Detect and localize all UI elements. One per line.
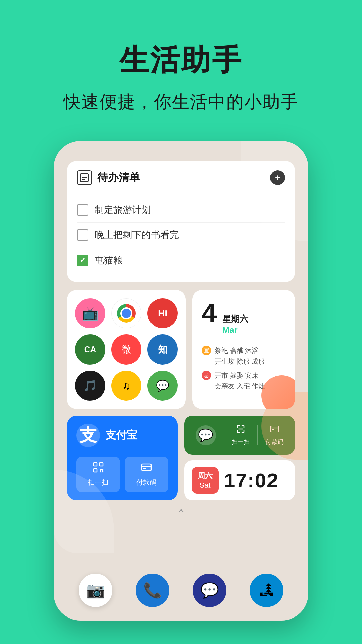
todo-title: 待办清单 (97, 170, 140, 185)
app-icon-zhihu[interactable]: 知 (147, 334, 178, 365)
widget-row-1: 📺 Hi CA 微 知 (67, 290, 295, 409)
chevron-up-icon[interactable]: ⌃ (177, 507, 186, 520)
alipay-name: 支付宝 (105, 428, 137, 443)
alipay-pay-icon (141, 462, 152, 475)
bad-activities-text: 开市 嫁娶 安床会亲友 入宅 作灶 (215, 370, 265, 391)
todo-list-icon (77, 170, 92, 185)
svg-rect-5 (100, 463, 103, 466)
svg-rect-13 (143, 468, 146, 469)
todo-header-left: 待办清单 (77, 170, 140, 185)
wechat-scan-label: 扫一扫 (232, 438, 250, 446)
app-icon-wechat[interactable]: 💬 (147, 371, 178, 401)
good-activities-text: 祭祀 斋醮 沐浴开生坟 除服 成服 (215, 345, 265, 367)
good-activities: 宜 祭祀 斋醮 沐浴开生坟 除服 成服 (202, 345, 286, 367)
clock-widget: 周六 Sat 17:02 (184, 460, 295, 500)
app-icon-hi[interactable]: Hi (147, 298, 178, 328)
alipay-logo: 支 (76, 424, 100, 447)
svg-rect-11 (142, 464, 151, 471)
clock-weekday: 周六 (198, 471, 213, 481)
app-icon-tiktok[interactable]: 🎵 (75, 371, 105, 401)
wechat-divider (224, 425, 224, 445)
calendar-divider (202, 340, 286, 340)
wechat-logo: 💬 (196, 425, 216, 445)
dock-phone-button[interactable]: 📞 (136, 574, 169, 607)
app-icon-weibo[interactable]: 微 (111, 334, 141, 365)
app-icon-music[interactable]: ♫ (111, 371, 141, 401)
calendar-widget: 4 星期六 Mar 宜 祭祀 斋醮 沐浴开生坟 除服 成服 忌 开市 嫁娶 安床… (192, 290, 295, 409)
page-title: 生活助手 (13, 40, 349, 80)
svg-rect-6 (94, 469, 97, 472)
header: 生活助手 快速便捷，你生活中的小助手 (0, 0, 362, 134)
calendar-month: Mar (222, 325, 248, 335)
calendar-day: 4 (202, 300, 217, 326)
page-subtitle: 快速便捷，你生活中的小助手 (13, 90, 349, 114)
bottom-dock: 📷 📞 💬 🏞 (67, 574, 295, 607)
todo-text-2: 晚上把剩下的书看完 (95, 229, 179, 241)
clock-dayname: Sat (198, 481, 213, 490)
dock-gallery-button[interactable]: 🏞 (250, 574, 283, 607)
dock-message-button[interactable]: 💬 (193, 574, 226, 607)
wechat-scan-icon (236, 424, 245, 436)
calendar-weekday: 星期六 (222, 313, 248, 325)
checkbox-1[interactable] (77, 204, 88, 216)
bad-badge: 忌 (202, 371, 211, 380)
widget-row-2: 支 支付宝 (67, 416, 295, 500)
wechat-divider2 (257, 425, 258, 445)
app-grid-widget: 📺 Hi CA 微 知 (67, 290, 186, 409)
todo-text-3: 屯猫粮 (95, 254, 123, 267)
wechat-scan-button[interactable]: 扫一扫 (232, 424, 250, 446)
phone-mockup: 待办清单 + 制定旅游计划 晚上把剩下的书看完 屯猫粮 📺 (54, 141, 308, 621)
checkbox-2[interactable] (77, 229, 88, 241)
todo-text-1: 制定旅游计划 (95, 204, 151, 216)
app-icon-tv[interactable]: 📺 (75, 298, 105, 328)
clock-time: 17:02 (224, 469, 279, 492)
todo-item-2[interactable]: 晚上把剩下的书看完 (77, 223, 285, 248)
svg-rect-4 (94, 463, 97, 466)
good-badge: 宜 (202, 346, 211, 355)
todo-item-3[interactable]: 屯猫粮 (77, 248, 285, 273)
app-icon-chrome[interactable] (111, 298, 141, 328)
alipay-scan-icon (93, 462, 104, 475)
alipay-header: 支 支付宝 (76, 424, 168, 447)
alipay-pay-label: 付款码 (136, 478, 157, 487)
alipay-pay-button[interactable]: 付款码 (125, 457, 168, 492)
app-grid: 📺 Hi CA 微 知 (75, 298, 178, 401)
checkbox-3[interactable] (77, 255, 88, 266)
clock-day-badge: 周六 Sat (192, 467, 219, 494)
alipay-char: 支 (79, 424, 97, 447)
dock-camera-button[interactable]: 📷 (79, 574, 112, 607)
app-icon-ca[interactable]: CA (75, 334, 105, 365)
